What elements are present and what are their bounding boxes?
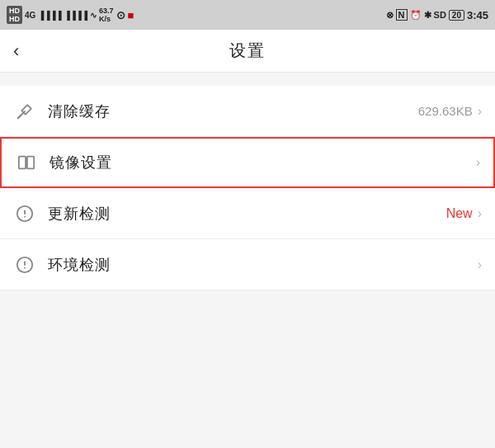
battery-icon: 20 bbox=[449, 10, 464, 21]
nfc-icon: ⊗ bbox=[386, 10, 394, 21]
settings-list: 清除缓存 629.63KB › 镜像设置 › 更新检测 New › bbox=[0, 86, 495, 290]
svg-rect-1 bbox=[27, 157, 34, 169]
lte-bars: ▐▐▐▐ bbox=[64, 11, 87, 20]
status-time: 3:45 bbox=[467, 9, 488, 21]
nav-bar: ‹ 设置 bbox=[0, 30, 495, 73]
new-badge: New bbox=[446, 206, 473, 221]
status-right: ⊗ N ⏰ ✱ SD 20 3:45 bbox=[386, 9, 488, 21]
env-check-item[interactable]: 环境检测 › bbox=[0, 239, 495, 290]
page-title: 设置 bbox=[229, 40, 266, 62]
chevron-icon: › bbox=[476, 155, 480, 170]
update-icon bbox=[13, 202, 36, 225]
hd-badge: HDHD bbox=[7, 6, 22, 24]
clear-cache-label: 清除缓存 bbox=[48, 101, 418, 121]
status-bar: HDHD 4G ▐▐▐▐ ▐▐▐▐ ∿ 63.7K/s ⊙ ■ ⊗ N ⏰ ✱ … bbox=[0, 0, 495, 30]
n-icon: N bbox=[396, 9, 408, 21]
mirror-icon bbox=[15, 151, 38, 174]
app-icon-1: ⊙ bbox=[116, 9, 125, 21]
speed-indicator: 63.7K/s bbox=[99, 7, 114, 23]
cache-size-value: 629.63KB bbox=[418, 104, 473, 118]
back-button[interactable]: ‹ bbox=[13, 42, 19, 60]
svg-rect-0 bbox=[19, 157, 26, 169]
network-4g: 4G bbox=[25, 11, 35, 20]
env-check-label: 环境检测 bbox=[48, 255, 478, 275]
status-left: HDHD 4G ▐▐▐▐ ▐▐▐▐ ∿ 63.7K/s ⊙ ■ bbox=[7, 6, 134, 24]
clear-cache-item[interactable]: 清除缓存 629.63KB › bbox=[0, 86, 495, 137]
chevron-icon: › bbox=[478, 206, 482, 221]
alarm-icon: ⏰ bbox=[410, 10, 422, 21]
broom-icon bbox=[13, 100, 36, 123]
chevron-icon: › bbox=[478, 257, 482, 272]
app-icon-2: ■ bbox=[128, 9, 134, 21]
chevron-icon: › bbox=[478, 104, 482, 119]
update-check-item[interactable]: 更新检测 New › bbox=[0, 188, 495, 239]
bluetooth-icon: ✱ bbox=[424, 10, 431, 21]
wifi-icon: ∿ bbox=[90, 11, 97, 20]
sd-icon: SD bbox=[434, 10, 446, 20]
env-icon bbox=[13, 253, 36, 276]
mirror-settings-label: 镜像设置 bbox=[50, 153, 476, 172]
update-check-label: 更新检测 bbox=[48, 204, 446, 224]
signal-bars: ▐▐▐▐ bbox=[38, 11, 61, 20]
mirror-settings-item[interactable]: 镜像设置 › bbox=[0, 137, 495, 188]
